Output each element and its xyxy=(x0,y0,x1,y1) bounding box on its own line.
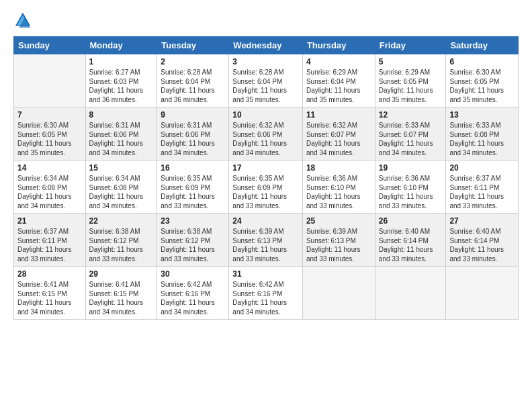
day-number: 21 xyxy=(17,216,82,226)
day-info: Sunrise: 6:41 AM Sunset: 6:15 PM Dayligh… xyxy=(89,280,154,316)
calendar-cell-w4-d6: 26Sunrise: 6:40 AM Sunset: 6:14 PM Dayli… xyxy=(375,214,446,267)
calendar-cell-w3-d2: 15Sunrise: 6:34 AM Sunset: 6:08 PM Dayli… xyxy=(85,161,157,214)
calendar-week-4: 21Sunrise: 6:37 AM Sunset: 6:11 PM Dayli… xyxy=(14,214,519,267)
calendar-cell-w3-d7: 20Sunrise: 6:37 AM Sunset: 6:11 PM Dayli… xyxy=(446,161,519,214)
calendar-cell-w4-d3: 23Sunrise: 6:38 AM Sunset: 6:12 PM Dayli… xyxy=(157,214,229,267)
calendar-cell-w4-d5: 25Sunrise: 6:39 AM Sunset: 6:13 PM Dayli… xyxy=(302,214,375,267)
day-info: Sunrise: 6:42 AM Sunset: 6:16 PM Dayligh… xyxy=(161,280,225,316)
calendar-table: Sunday Monday Tuesday Wednesday Thursday… xyxy=(13,36,519,320)
calendar-cell-w4-d7: 27Sunrise: 6:40 AM Sunset: 6:14 PM Dayli… xyxy=(446,214,519,267)
calendar-cell-w3-d1: 14Sunrise: 6:34 AM Sunset: 6:08 PM Dayli… xyxy=(14,161,86,214)
day-info: Sunrise: 6:33 AM Sunset: 6:07 PM Dayligh… xyxy=(379,121,443,157)
day-info: Sunrise: 6:38 AM Sunset: 6:12 PM Dayligh… xyxy=(161,227,225,263)
day-number: 5 xyxy=(379,57,443,66)
day-number: 28 xyxy=(17,269,82,279)
day-info: Sunrise: 6:30 AM Sunset: 6:05 PM Dayligh… xyxy=(17,121,82,157)
calendar-cell-w1-d3: 2Sunrise: 6:28 AM Sunset: 6:04 PM Daylig… xyxy=(157,54,229,107)
day-info: Sunrise: 6:34 AM Sunset: 6:08 PM Dayligh… xyxy=(17,174,82,210)
col-tuesday: Tuesday xyxy=(157,37,229,54)
calendar-cell-w5-d2: 29Sunrise: 6:41 AM Sunset: 6:15 PM Dayli… xyxy=(85,267,157,320)
day-info: Sunrise: 6:30 AM Sunset: 6:05 PM Dayligh… xyxy=(449,68,515,104)
calendar-cell-w2-d4: 10Sunrise: 6:32 AM Sunset: 6:06 PM Dayli… xyxy=(229,107,303,161)
calendar-cell-w3-d3: 16Sunrise: 6:35 AM Sunset: 6:09 PM Dayli… xyxy=(157,161,229,214)
day-info: Sunrise: 6:37 AM Sunset: 6:11 PM Dayligh… xyxy=(17,227,82,263)
day-info: Sunrise: 6:31 AM Sunset: 6:06 PM Dayligh… xyxy=(89,121,154,157)
calendar-cell-w5-d5 xyxy=(302,267,375,320)
calendar-cell-w5-d7 xyxy=(446,267,519,320)
col-thursday: Thursday xyxy=(302,37,375,54)
calendar-cell-w3-d6: 19Sunrise: 6:36 AM Sunset: 6:10 PM Dayli… xyxy=(375,161,446,214)
calendar-cell-w2-d1: 7Sunrise: 6:30 AM Sunset: 6:05 PM Daylig… xyxy=(14,107,86,161)
calendar-week-3: 14Sunrise: 6:34 AM Sunset: 6:08 PM Dayli… xyxy=(14,161,519,214)
day-number: 20 xyxy=(449,163,515,173)
day-info: Sunrise: 6:35 AM Sunset: 6:09 PM Dayligh… xyxy=(161,174,225,210)
day-number: 31 xyxy=(232,269,299,279)
calendar-cell-w1-d4: 3Sunrise: 6:28 AM Sunset: 6:04 PM Daylig… xyxy=(229,54,303,107)
day-info: Sunrise: 6:27 AM Sunset: 6:03 PM Dayligh… xyxy=(89,68,154,104)
calendar-cell-w1-d7: 6Sunrise: 6:30 AM Sunset: 6:05 PM Daylig… xyxy=(446,54,519,107)
day-info: Sunrise: 6:38 AM Sunset: 6:12 PM Dayligh… xyxy=(89,227,154,263)
day-info: Sunrise: 6:40 AM Sunset: 6:14 PM Dayligh… xyxy=(379,227,443,263)
calendar-cell-w5-d4: 31Sunrise: 6:42 AM Sunset: 6:16 PM Dayli… xyxy=(229,267,303,320)
day-info: Sunrise: 6:29 AM Sunset: 6:05 PM Dayligh… xyxy=(379,68,443,104)
day-info: Sunrise: 6:29 AM Sunset: 6:04 PM Dayligh… xyxy=(306,68,371,104)
day-number: 4 xyxy=(306,57,371,66)
day-number: 26 xyxy=(379,216,443,226)
calendar-cell-w5-d3: 30Sunrise: 6:42 AM Sunset: 6:16 PM Dayli… xyxy=(157,267,229,320)
day-info: Sunrise: 6:28 AM Sunset: 6:04 PM Dayligh… xyxy=(232,68,299,104)
col-saturday: Saturday xyxy=(446,37,519,54)
day-number: 19 xyxy=(379,163,443,173)
day-number: 29 xyxy=(89,269,154,279)
col-friday: Friday xyxy=(375,37,446,54)
day-number: 23 xyxy=(161,216,225,226)
day-number: 6 xyxy=(449,57,515,66)
day-info: Sunrise: 6:40 AM Sunset: 6:14 PM Dayligh… xyxy=(449,227,515,263)
day-number: 22 xyxy=(89,216,154,226)
day-info: Sunrise: 6:42 AM Sunset: 6:16 PM Dayligh… xyxy=(232,280,299,316)
day-number: 17 xyxy=(232,163,299,173)
calendar-week-5: 28Sunrise: 6:41 AM Sunset: 6:15 PM Dayli… xyxy=(14,267,519,320)
calendar-cell-w2-d6: 12Sunrise: 6:33 AM Sunset: 6:07 PM Dayli… xyxy=(375,107,446,161)
day-number: 13 xyxy=(449,110,515,120)
day-number: 25 xyxy=(306,216,371,226)
calendar-cell-w4-d2: 22Sunrise: 6:38 AM Sunset: 6:12 PM Dayli… xyxy=(85,214,157,267)
day-number: 8 xyxy=(89,110,154,120)
day-info: Sunrise: 6:39 AM Sunset: 6:13 PM Dayligh… xyxy=(232,227,299,263)
calendar-cell-w3-d5: 18Sunrise: 6:36 AM Sunset: 6:10 PM Dayli… xyxy=(302,161,375,214)
day-number: 2 xyxy=(161,57,225,66)
col-monday: Monday xyxy=(85,37,157,54)
day-number: 15 xyxy=(89,163,154,173)
day-number: 3 xyxy=(232,57,299,66)
day-number: 14 xyxy=(17,163,82,173)
calendar-cell-w1-d1 xyxy=(14,54,86,107)
calendar-cell-w3-d4: 17Sunrise: 6:35 AM Sunset: 6:09 PM Dayli… xyxy=(229,161,303,214)
day-number: 24 xyxy=(232,216,299,226)
calendar-cell-w4-d4: 24Sunrise: 6:39 AM Sunset: 6:13 PM Dayli… xyxy=(229,214,303,267)
day-info: Sunrise: 6:36 AM Sunset: 6:10 PM Dayligh… xyxy=(379,174,443,210)
day-number: 9 xyxy=(161,110,225,120)
day-number: 30 xyxy=(161,269,225,279)
day-info: Sunrise: 6:39 AM Sunset: 6:13 PM Dayligh… xyxy=(306,227,371,263)
day-info: Sunrise: 6:28 AM Sunset: 6:04 PM Dayligh… xyxy=(161,68,225,104)
header xyxy=(13,11,519,30)
day-info: Sunrise: 6:32 AM Sunset: 6:06 PM Dayligh… xyxy=(232,121,299,157)
calendar-cell-w1-d6: 5Sunrise: 6:29 AM Sunset: 6:05 PM Daylig… xyxy=(375,54,446,107)
logo xyxy=(13,11,35,30)
day-info: Sunrise: 6:41 AM Sunset: 6:15 PM Dayligh… xyxy=(17,280,82,316)
col-wednesday: Wednesday xyxy=(229,37,303,54)
col-sunday: Sunday xyxy=(14,37,86,54)
calendar-cell-w1-d2: 1Sunrise: 6:27 AM Sunset: 6:03 PM Daylig… xyxy=(85,54,157,107)
calendar-cell-w2-d5: 11Sunrise: 6:32 AM Sunset: 6:07 PM Dayli… xyxy=(302,107,375,161)
day-number: 1 xyxy=(89,57,154,66)
calendar-week-2: 7Sunrise: 6:30 AM Sunset: 6:05 PM Daylig… xyxy=(14,107,519,161)
day-info: Sunrise: 6:36 AM Sunset: 6:10 PM Dayligh… xyxy=(306,174,371,210)
day-info: Sunrise: 6:33 AM Sunset: 6:08 PM Dayligh… xyxy=(449,121,515,157)
calendar-cell-w2-d2: 8Sunrise: 6:31 AM Sunset: 6:06 PM Daylig… xyxy=(85,107,157,161)
calendar-cell-w1-d5: 4Sunrise: 6:29 AM Sunset: 6:04 PM Daylig… xyxy=(302,54,375,107)
calendar-cell-w5-d1: 28Sunrise: 6:41 AM Sunset: 6:15 PM Dayli… xyxy=(14,267,86,320)
day-number: 7 xyxy=(17,110,82,120)
day-info: Sunrise: 6:31 AM Sunset: 6:06 PM Dayligh… xyxy=(161,121,225,157)
day-number: 16 xyxy=(161,163,225,173)
day-number: 11 xyxy=(306,110,371,120)
day-number: 27 xyxy=(449,216,515,226)
